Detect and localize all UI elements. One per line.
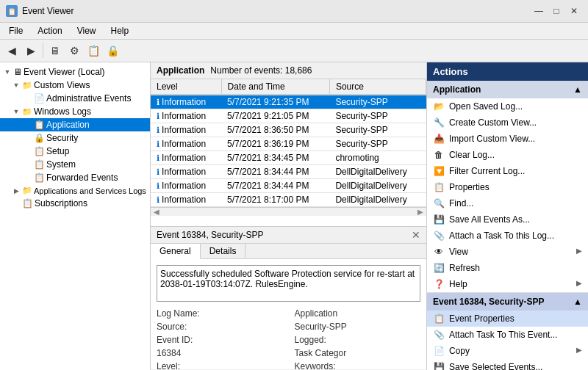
table-row[interactable]: ℹ Information5/7/2021 8:34:44 PMDellDigi… [151,165,426,179]
action-filter-log[interactable]: 🔽 Filter Current Log... [427,163,588,179]
action-save-selected-events[interactable]: 💾 Save Selected Events... [427,359,588,370]
menu-view[interactable]: View [71,24,102,37]
event-detail-panel: Event 16384, Security-SPP ✕ General Deta… [151,226,426,369]
tab-general[interactable]: General [151,244,201,259]
filter-icon: 🔧 [433,117,445,128]
toolbar-btn4[interactable]: 🔒 [104,42,121,59]
collapse-icon: ▲ [573,297,582,307]
action-attach-task-event[interactable]: 📎 Attach Task To This Event... [427,327,588,343]
action-help[interactable]: ❓ Help ▶ [427,276,588,292]
h-scrollbar[interactable]: ◀ ▶ [151,207,426,216]
table-row[interactable]: ℹ Information5/7/2021 8:17:00 PMDellDigi… [151,193,426,207]
submenu-arrow: ▶ [576,346,582,356]
field-logged-label: Logged: [295,334,421,346]
actions-section-event-header[interactable]: Event 16384, Security-SPP ▲ [427,293,588,311]
cell-level: ℹ Information [151,109,221,123]
tree-item-admin-events[interactable]: 📄 Administrative Events [0,92,150,105]
table-row[interactable]: ℹ Information5/7/2021 8:36:50 PMSecurity… [151,123,426,137]
center-area: Application Number of events: 18,686 Lev… [151,62,426,370]
leaf-icon: 📄 [34,93,45,104]
maximize-button[interactable]: □ [548,4,564,18]
action-find[interactable]: 🔍 Find... [427,195,588,211]
action-attach-task-log[interactable]: 📎 Attach a Task To this Log... [427,228,588,244]
tab-details[interactable]: Details [201,244,246,258]
menu-action[interactable]: Action [32,24,68,37]
tree-item-app-services[interactable]: ▶ 📁 Applications and Services Logs [0,184,150,197]
menu-bar: File Action View Help [0,23,588,40]
tree-item-custom-views[interactable]: ▼ 📁 Custom Views [0,79,150,92]
actions-section-application-header[interactable]: Application ▲ [427,81,588,98]
toolbar-btn2[interactable]: ⚙ [65,42,83,59]
cell-level: ℹ Information [151,165,221,179]
action-create-custom-view[interactable]: 🔧 Create Custom View... [427,115,588,131]
action-event-properties[interactable]: 📋 Event Properties [427,311,588,327]
tree-item-setup[interactable]: 📋 Setup [0,145,150,158]
action-open-saved-log[interactable]: 📂 Open Saved Log... [427,98,588,115]
actions-app-title: Application [433,84,481,95]
tree-item-subscriptions[interactable]: 📋 Subscriptions [0,197,150,210]
tree-item-application[interactable]: 📋 Application [0,118,150,131]
action-refresh[interactable]: 🔄 Refresh [427,260,588,276]
actions-section-event: Event 16384, Security-SPP ▲ 📋 Event Prop… [427,293,588,370]
computer-icon: 🖥 [13,67,22,77]
table-row[interactable]: ℹ Information5/7/2021 9:21:35 PMSecurity… [151,95,426,109]
cell-source: chromoting [329,151,426,165]
action-import-custom-view[interactable]: 📥 Import Custom View... [427,131,588,147]
menu-help[interactable]: Help [105,24,135,37]
scroll-right-arrow[interactable]: ▶ [417,208,423,216]
window-title: Event Viewer [22,6,74,16]
events-table-container[interactable]: Level Date and Time Source ℹ Information… [151,79,426,226]
action-view[interactable]: 👁 View ▶ [427,244,588,260]
folder-open-icon: 📂 [433,101,445,112]
toolbar-btn1[interactable]: 🖥 [46,42,64,59]
action-save-all-events[interactable]: 💾 Save All Events As... [427,211,588,228]
expand-icon: ▼ [12,81,21,89]
clear-icon: 🗑 [433,149,445,161]
tree-item-windows-logs[interactable]: ▼ 📁 Windows Logs [0,105,150,118]
col-level[interactable]: Level [151,79,221,95]
cell-date: 5/7/2021 9:21:35 PM [221,95,329,109]
tree-item-security[interactable]: 🔒 Security [0,131,150,145]
cell-date: 5/7/2021 9:21:05 PM [221,109,329,123]
table-row[interactable]: ℹ Information5/7/2021 8:34:44 PMDellDigi… [151,179,426,193]
table-row[interactable]: ℹ Information5/7/2021 9:21:05 PMSecurity… [151,109,426,123]
col-source[interactable]: Source [329,79,426,95]
field-source-label: Source: [157,321,283,333]
find-icon: 🔍 [433,197,445,209]
action-clear-log[interactable]: 🗑 Clear Log... [427,147,588,163]
tree-item-system[interactable]: 📋 System [0,158,150,171]
field-eventid-value: 16384 [157,347,283,359]
col-date[interactable]: Date and Time [221,79,329,95]
toolbar-back[interactable]: ◀ [3,42,21,59]
field-taskcategory-label: Task Categor [295,347,421,359]
toolbar-forward[interactable]: ▶ [22,42,40,59]
title-bar: 📋 Event Viewer — □ ✕ [0,0,588,23]
actions-event-title: Event 16384, Security-SPP [433,297,544,307]
actions-panel: Actions Application ▲ 📂 Open Saved Log..… [426,62,588,370]
scroll-left-arrow[interactable]: ◀ [154,208,159,216]
field-eventid-label: Event ID: [157,334,283,346]
toolbar-btn3[interactable]: 📋 [85,42,102,59]
tree-item-forwarded[interactable]: 📋 Forwarded Events [0,171,150,184]
event-detail-header: Event 16384, Security-SPP ✕ [151,227,426,244]
action-copy[interactable]: 📄 Copy ▶ [427,343,588,359]
actions-section-application: Application ▲ 📂 Open Saved Log... 🔧 Crea… [427,81,588,293]
main-layout: ▼ 🖥 Event Viewer (Local) ▼ 📁 Custom View… [0,62,588,370]
cell-level: ℹ Information [151,151,221,165]
submenu-arrow: ▶ [576,247,582,257]
attach-task-icon: 📎 [433,329,445,341]
menu-file[interactable]: File [3,24,29,37]
minimize-button[interactable]: — [531,4,547,18]
close-button[interactable]: ✕ [566,4,582,18]
tree-item-event-viewer[interactable]: ▼ 🖥 Event Viewer (Local) [0,65,150,79]
info-icon: ℹ [157,181,162,190]
log-title: Application [157,65,204,76]
table-row[interactable]: ℹ Information5/7/2021 8:36:19 PMSecurity… [151,137,426,151]
help-icon: ❓ [433,278,445,290]
actions-panel-title: Actions [427,62,588,81]
attach-icon: 📎 [433,230,445,242]
close-detail-button[interactable]: ✕ [412,229,420,241]
submenu-arrow: ▶ [576,279,582,289]
table-row[interactable]: ℹ Information5/7/2021 8:34:45 PMchromoti… [151,151,426,165]
action-properties[interactable]: 📋 Properties [427,179,588,195]
